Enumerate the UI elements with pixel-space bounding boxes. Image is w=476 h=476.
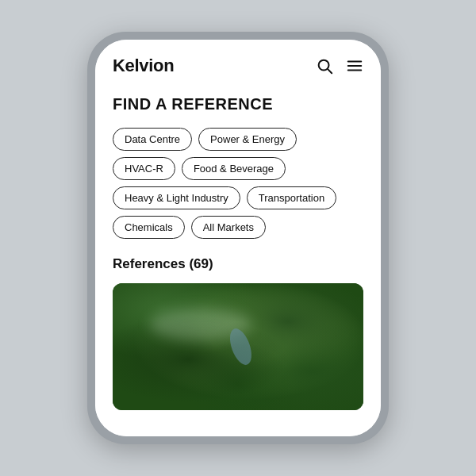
app-header: Kelvion [95,40,381,87]
references-section-title: References (69) [113,256,363,272]
tag-data-centre[interactable]: Data Centre [113,128,192,151]
phone-frame: Kelvion FIND A REFE [87,32,389,444]
page-title: FIND A REFERENCE [113,95,363,113]
menu-icon[interactable] [346,57,363,75]
tag-all-markets[interactable]: All Markets [191,216,266,239]
reference-image[interactable] [113,283,363,410]
tag-chemicals[interactable]: Chemicals [113,216,185,239]
phone-screen: Kelvion FIND A REFE [95,40,381,436]
tag-transportation[interactable]: Transportation [247,186,336,209]
app-logo: Kelvion [113,56,174,76]
svg-line-1 [328,69,332,73]
tag-heavy-light-industry[interactable]: Heavy & Light Industry [113,186,240,209]
header-actions [316,57,363,75]
forest-aerial-photo [113,283,363,410]
filter-tags-container: Data Centre Power & Energy HVAC-R Food &… [113,128,363,239]
main-content: FIND A REFERENCE Data Centre Power & Ene… [95,87,381,436]
tag-power-energy[interactable]: Power & Energy [198,128,297,151]
tag-food-beverage[interactable]: Food & Beverage [182,157,286,180]
tag-hvac-r[interactable]: HVAC-R [113,157,175,180]
search-icon[interactable] [316,57,333,75]
